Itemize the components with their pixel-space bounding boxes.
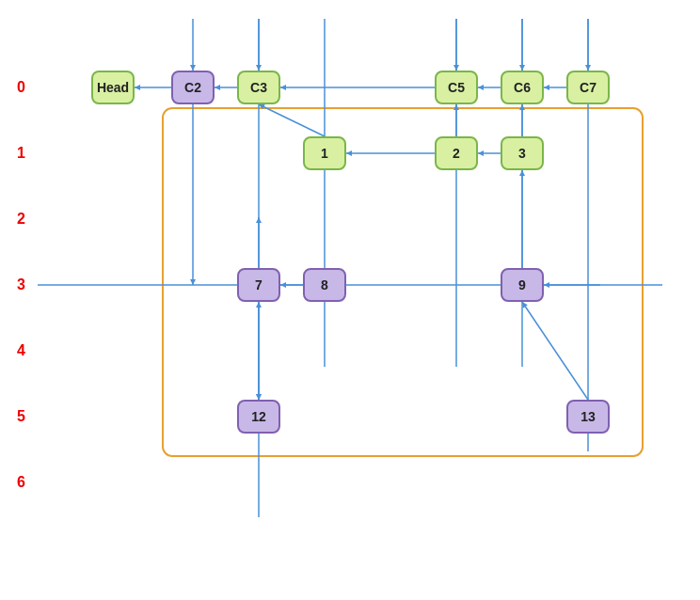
node-n12: 12	[237, 400, 280, 434]
node-C5: C5	[435, 71, 478, 104]
svg-marker-28	[280, 282, 286, 288]
row-label-1: 1	[17, 145, 25, 162]
node-C3: C3	[237, 71, 280, 104]
svg-marker-10	[215, 85, 220, 90]
node-n8: 8	[303, 268, 346, 302]
node-C2: C2	[171, 71, 215, 104]
svg-marker-20	[478, 150, 484, 156]
node-C7: C7	[566, 71, 610, 104]
row-label-5: 5	[17, 408, 25, 425]
node-n3: 3	[501, 136, 544, 170]
svg-line-21	[259, 104, 325, 136]
svg-line-39	[522, 302, 588, 400]
node-n2: 2	[435, 136, 478, 170]
row-label-6: 6	[17, 474, 25, 491]
node-n13: 13	[566, 400, 610, 434]
row-label-0: 0	[17, 79, 25, 96]
node-n9: 9	[501, 268, 544, 302]
svg-marker-30	[544, 282, 549, 288]
svg-marker-12	[280, 85, 286, 90]
node-Head: Head	[91, 71, 135, 104]
svg-marker-42	[190, 279, 196, 285]
svg-marker-38	[519, 170, 525, 176]
svg-marker-8	[135, 85, 140, 90]
row-label-2: 2	[17, 211, 25, 228]
diagram: 0123456HeadC2C3C5C6C71237891213	[0, 0, 700, 600]
node-n1: 1	[303, 136, 346, 170]
row-label-4: 4	[17, 342, 25, 359]
row-label-3: 3	[17, 276, 25, 293]
node-n7: 7	[237, 268, 280, 302]
svg-marker-32	[256, 217, 262, 223]
svg-marker-14	[478, 85, 484, 90]
svg-marker-18	[346, 150, 352, 156]
node-C6: C6	[501, 71, 544, 104]
svg-marker-16	[544, 85, 549, 90]
